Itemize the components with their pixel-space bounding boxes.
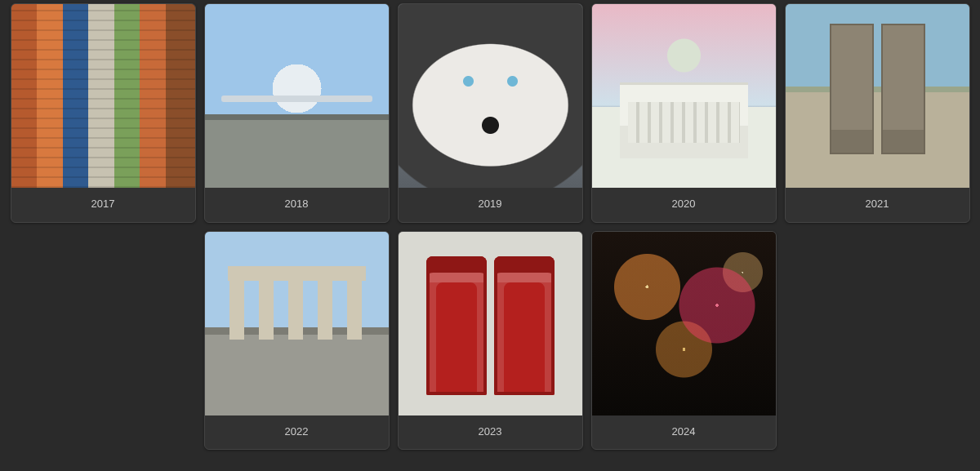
album-thumbnail — [592, 232, 776, 415]
album-label: 2021 — [786, 188, 969, 222]
album-label: 2020 — [592, 188, 776, 222]
album-thumbnail — [399, 232, 582, 415]
album-thumbnail — [399, 4, 582, 188]
album-card-2018[interactable]: 2018 — [204, 3, 390, 223]
album-card-2022[interactable]: 2022 — [204, 231, 390, 451]
album-thumbnail — [205, 232, 389, 415]
album-label: 2023 — [399, 415, 582, 450]
album-card-2019[interactable]: 2019 — [398, 3, 583, 223]
album-label: 2017 — [11, 188, 195, 222]
album-card-2023[interactable]: 2023 — [398, 231, 583, 451]
album-label: 2018 — [205, 188, 389, 222]
album-card-2020[interactable]: 2020 — [591, 3, 777, 223]
album-thumbnail — [11, 4, 195, 188]
album-card-2024[interactable]: 2024 — [591, 231, 777, 451]
album-card-2017[interactable]: 2017 — [11, 3, 196, 223]
album-label: 2024 — [592, 415, 776, 450]
album-thumbnail — [786, 4, 969, 188]
album-label: 2019 — [399, 188, 582, 222]
album-card-2021[interactable]: 2021 — [785, 3, 970, 223]
album-label: 2022 — [205, 415, 389, 450]
album-thumbnail — [205, 4, 389, 188]
album-gallery: 2017 2018 2019 2020 2021 2022 2023 2024 — [0, 0, 980, 453]
album-thumbnail — [592, 4, 776, 188]
